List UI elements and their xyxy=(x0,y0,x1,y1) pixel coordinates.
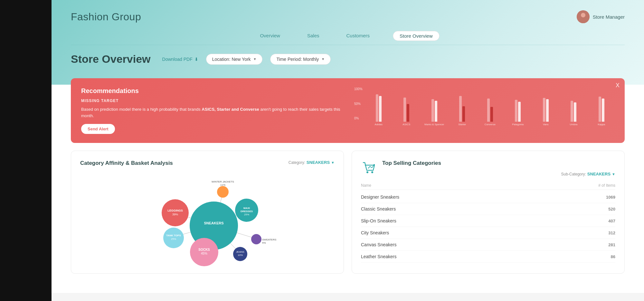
close-button[interactable]: X xyxy=(616,82,620,89)
recommendations-card: Recommendations MISSING TARGET Based on … xyxy=(71,78,625,143)
chevron-down-icon: ▼ xyxy=(253,57,257,61)
svg-point-1 xyxy=(581,13,585,17)
svg-text:DRESSES: DRESSES xyxy=(241,210,253,213)
row-count-0: 1069 xyxy=(606,195,615,200)
top-bar: Fashion Group Store Manager xyxy=(71,10,625,23)
page-title: Store Overview xyxy=(71,53,151,65)
svg-text:25%: 25% xyxy=(171,238,176,240)
send-alert-button[interactable]: Send Alert xyxy=(81,124,115,134)
nav-store-overview[interactable]: Store Overview xyxy=(393,31,440,41)
subcategory-value[interactable]: SNEAKERS xyxy=(587,172,611,176)
svg-point-10 xyxy=(217,186,229,198)
rec-chart: 100% 50% 0% Adidas xyxy=(354,87,614,126)
bar-vans: Vans xyxy=(533,87,558,126)
table-row: Slip-On Sneakers407 xyxy=(361,215,615,227)
bar-asics: ASICS xyxy=(393,87,419,126)
affinity-header: Category Affinity & Basket Analysis Cate… xyxy=(80,160,335,172)
top-selling-rows: Designer Sneakers1069Classic Sneakers520… xyxy=(361,191,615,263)
y-axis: 100% 50% 0% xyxy=(354,87,363,126)
table-row: Classic Sneakers520 xyxy=(361,203,615,215)
svg-text:25%: 25% xyxy=(244,213,249,216)
row-count-3: 312 xyxy=(608,230,615,235)
time-period-filter-button[interactable]: Time Period: Monthly ▼ xyxy=(270,54,331,65)
top-selling-card: Top Selling Categories Sub-Category: SNE… xyxy=(352,151,625,274)
content-area: Recommendations MISSING TARGET Based on … xyxy=(52,78,644,293)
table-row: Leather Sneakers86 xyxy=(361,251,615,263)
rec-left: Recommendations MISSING TARGET Based on … xyxy=(81,87,341,134)
lower-grid: Category Affinity & Basket Analysis Cate… xyxy=(71,151,625,274)
svg-point-35 xyxy=(371,171,373,173)
svg-text:45%: 45% xyxy=(201,252,207,255)
svg-text:SNEAKERS: SNEAKERS xyxy=(204,221,223,225)
svg-text:WINTER JACKETS: WINTER JACKETS xyxy=(212,180,234,183)
subcategory-selector[interactable]: Sub-Category: SNEAKERS ▼ xyxy=(382,172,615,176)
location-filter-button[interactable]: Location: New York ▼ xyxy=(206,54,263,65)
user-area: Store Manager xyxy=(577,10,625,23)
svg-point-34 xyxy=(366,171,368,173)
affinity-card: Category Affinity & Basket Analysis Cate… xyxy=(71,151,344,274)
app-title: Fashion Group xyxy=(71,11,141,23)
rec-text: Based on prediction model there is a hig… xyxy=(81,106,341,119)
svg-text:SWEATERS: SWEATERS xyxy=(262,238,276,241)
hero-section: Fashion Group Store Manager Overview Sal… xyxy=(52,0,644,85)
chevron-down-icon: ▼ xyxy=(331,161,335,165)
nav-overview[interactable]: Overview xyxy=(256,31,284,41)
bar-chart: 100% 50% 0% Adidas xyxy=(354,87,614,126)
download-pdf-button[interactable]: Download PDF ⬇ xyxy=(162,57,198,62)
row-name-2: Slip-On Sneakers xyxy=(361,218,396,223)
page-header: Store Overview Download PDF ⬇ Location: … xyxy=(71,53,625,65)
rec-title: Recommendations xyxy=(81,87,341,95)
row-count-4: 281 xyxy=(608,242,615,247)
row-name-0: Designer Sneakers xyxy=(361,194,399,200)
bubble-chart: WINTER JACKETS 11% LEGGINGS 39% TANK TOP… xyxy=(80,174,335,264)
cart-icon xyxy=(361,160,377,176)
svg-point-31 xyxy=(251,234,261,244)
download-icon: ⬇ xyxy=(194,57,198,62)
rec-subtitle: MISSING TARGET xyxy=(81,99,341,103)
svg-text:11%: 11% xyxy=(220,183,225,186)
bar-marks-spencer: Marks & Spencer xyxy=(421,87,447,126)
top-selling-title: Top Selling Categories xyxy=(382,160,615,166)
bar-kappa: Kappa xyxy=(588,87,614,126)
cart-icon-area xyxy=(361,160,377,177)
svg-text:MAXI: MAXI xyxy=(243,207,250,210)
left-sidebar xyxy=(0,0,52,301)
svg-text:10%: 10% xyxy=(238,254,243,257)
category-selector[interactable]: Category: SNEAKERS ▼ xyxy=(289,160,335,165)
row-name-5: Leather Sneakers xyxy=(361,254,397,259)
bar-starter: Starter xyxy=(449,87,475,126)
row-name-1: Classic Sneakers xyxy=(361,206,396,212)
avatar xyxy=(577,10,590,23)
category-value[interactable]: SNEAKERS xyxy=(307,160,330,165)
table-row: Canvas Sneakers281 xyxy=(361,239,615,251)
row-name-4: Canvas Sneakers xyxy=(361,242,397,247)
svg-text:JEANS: JEANS xyxy=(236,250,244,253)
bar-adidas: Adidas xyxy=(366,87,392,126)
row-count-1: 520 xyxy=(608,207,615,212)
row-name-3: City Sneakers xyxy=(361,230,389,235)
nav-bar: Overview Sales Customers Store Overview xyxy=(71,31,625,45)
table-header: Name # of Items xyxy=(361,181,615,190)
row-count-5: 86 xyxy=(611,254,615,259)
svg-text:LEGGINGS: LEGGINGS xyxy=(167,209,183,212)
nav-sales[interactable]: Sales xyxy=(303,31,323,41)
top-selling-top: Top Selling Categories Sub-Category: SNE… xyxy=(361,160,615,177)
table-row: Designer Sneakers1069 xyxy=(361,191,615,203)
svg-text:TANK TOPS: TANK TOPS xyxy=(166,234,181,237)
bar-patagonia: Patagonia xyxy=(505,87,531,126)
nav-customers[interactable]: Customers xyxy=(342,31,374,41)
bar-umbra: Umbra xyxy=(561,87,586,126)
main-content: Fashion Group Store Manager Overview Sal… xyxy=(52,0,644,301)
row-count-2: 407 xyxy=(608,219,615,223)
bar-converse: Converse xyxy=(477,87,503,126)
bubble-svg: WINTER JACKETS 11% LEGGINGS 39% TANK TOP… xyxy=(80,174,335,268)
chevron-down-icon: ▼ xyxy=(612,172,615,176)
table-row: City Sneakers312 xyxy=(361,227,615,239)
svg-text:5%: 5% xyxy=(262,241,266,244)
user-name: Store Manager xyxy=(593,14,625,20)
affinity-title: Category Affinity & Basket Analysis xyxy=(80,160,173,166)
svg-text:39%: 39% xyxy=(172,213,178,216)
svg-text:SOCKS: SOCKS xyxy=(198,248,210,251)
chevron-down-icon: ▼ xyxy=(321,57,325,61)
